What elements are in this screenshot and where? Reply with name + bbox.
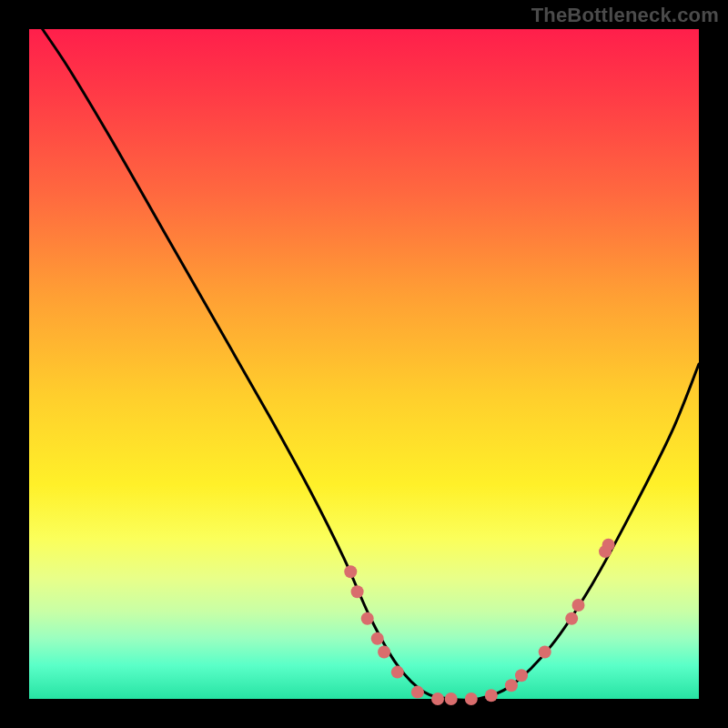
highlight-dot [515, 669, 528, 682]
highlight-dot [391, 666, 404, 679]
highlight-dot [565, 612, 578, 625]
highlight-dot [572, 599, 585, 612]
highlight-dot [361, 612, 374, 625]
curve-layer [29, 29, 699, 699]
highlight-dot [344, 565, 357, 578]
highlight-dot [371, 632, 384, 645]
chart-frame: TheBottleneck.com [0, 0, 728, 728]
plot-area [29, 29, 699, 699]
highlight-dot [351, 585, 364, 598]
highlight-dot [445, 693, 458, 705]
highlight-dot [505, 679, 518, 692]
highlight-dot [465, 693, 478, 705]
highlight-dots [344, 539, 614, 705]
watermark-text: TheBottleneck.com [531, 4, 719, 27]
highlight-dot [485, 689, 498, 702]
bottleneck-curve [43, 29, 699, 700]
highlight-dot [431, 693, 444, 705]
highlight-dot [378, 646, 390, 659]
highlight-dot [602, 539, 615, 551]
highlight-dot [539, 646, 551, 659]
highlight-dot [411, 686, 424, 699]
